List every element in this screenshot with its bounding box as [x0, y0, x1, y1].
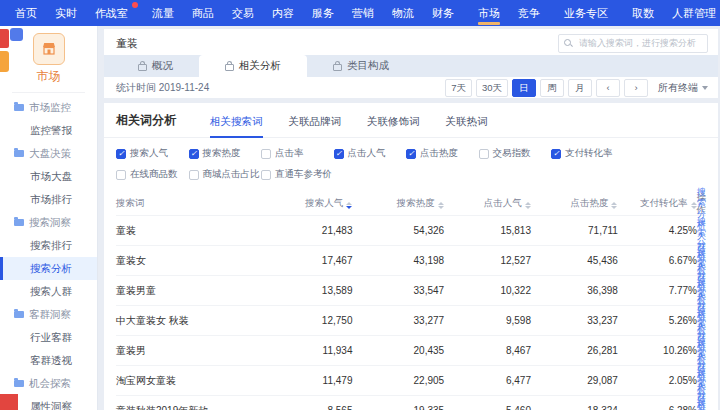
filter-支付转化率[interactable]: 支付转化率 — [551, 147, 624, 160]
analysis-tab-1[interactable]: 关联品牌词 — [289, 115, 342, 137]
value-cell: 17,467 — [261, 255, 353, 266]
sidebar-item-11[interactable]: 客群透视 — [0, 349, 97, 372]
sidebar-item-12[interactable]: 机会探索 — [0, 372, 97, 395]
filter-label: 点击人气 — [348, 147, 386, 160]
column-header-4[interactable]: 点击热度 — [531, 197, 618, 210]
nav-item-8[interactable]: 服务 — [303, 0, 343, 26]
nav-item-5[interactable]: 商品 — [183, 0, 223, 26]
terminal-dropdown[interactable]: 所有终端 — [658, 81, 708, 95]
filter-label: 搜索人气 — [130, 147, 168, 160]
quick-range-button-1[interactable]: 30天 — [476, 79, 508, 97]
quick-range-button-0[interactable]: 7天 — [445, 79, 472, 97]
partial-logo — [10, 28, 23, 41]
value-cell: 54,326 — [352, 225, 444, 236]
sidebar-item-4[interactable]: 市场排行 — [0, 188, 97, 211]
checkbox-icon[interactable] — [551, 149, 561, 159]
column-header-2[interactable]: 搜索热度 — [352, 197, 444, 210]
nav-item-11[interactable]: 财务 — [423, 0, 463, 26]
search-analysis-link[interactable]: 搜索分析 — [697, 397, 706, 410]
value-cell: 21,483 — [261, 225, 353, 236]
filter-点击热度[interactable]: 点击热度 — [406, 147, 479, 160]
table-row: 童装21,48354,32615,81371,7114.25%搜索分析人群分析 — [116, 215, 706, 245]
checkbox-icon[interactable] — [189, 170, 199, 180]
sidebar-item-0[interactable]: 市场监控 — [0, 96, 97, 119]
table-header: 搜索词搜索人气搜索热度点击人气点击热度支付转化率操作 — [116, 192, 706, 215]
tab-2[interactable]: 类目构成 — [307, 55, 415, 77]
nav-item-4[interactable]: 流量 — [143, 0, 183, 26]
sidebar-item-3[interactable]: 市场大盘 — [0, 165, 97, 188]
checkbox-icon[interactable] — [116, 149, 126, 159]
nav-item-10[interactable]: 物流 — [383, 0, 423, 26]
nav-item-9[interactable]: 营销 — [343, 0, 383, 26]
unit-button-2[interactable]: 月 — [568, 79, 592, 97]
sidebar-item-5[interactable]: 搜索洞察 — [0, 211, 97, 234]
filter-label: 支付转化率 — [565, 147, 613, 160]
sidebar-item-7[interactable]: 搜索分析 — [0, 257, 97, 280]
checkbox-icon[interactable] — [261, 149, 271, 159]
tab-0[interactable]: 概况 — [112, 55, 199, 77]
sidebar-item-2[interactable]: 大盘决策 — [0, 142, 97, 165]
tab-label: 概况 — [152, 59, 173, 73]
column-header-0: 搜索词 — [116, 197, 261, 210]
prev-arrow-button[interactable]: ‹ — [596, 79, 620, 97]
nav-item-14[interactable]: 竞争 — [509, 0, 549, 26]
search-input[interactable] — [577, 37, 702, 49]
nav-item-0[interactable]: 首页 — [6, 0, 46, 26]
checkbox-icon[interactable] — [406, 149, 416, 159]
nav-item-18[interactable]: 取数 — [623, 0, 663, 26]
folder-icon — [14, 219, 24, 226]
table-row: 童装女17,46743,19812,52745,4366.67%搜索分析人群分析 — [116, 245, 706, 275]
checkbox-icon[interactable] — [479, 149, 489, 159]
column-header-5[interactable]: 支付转化率 — [617, 197, 696, 210]
checkbox-icon[interactable] — [189, 149, 199, 159]
analysis-tab-0[interactable]: 相关搜索词 — [210, 115, 263, 137]
edge-widget-orange[interactable] — [0, 51, 9, 72]
keyword-cell: 淘宝网女童装 — [116, 374, 261, 388]
sidebar-item-9[interactable]: 客群洞察 — [0, 303, 97, 326]
edge-widget-red-bottom[interactable] — [0, 394, 18, 410]
filter-label: 点击率 — [275, 147, 304, 160]
unit-button-1[interactable]: 周 — [540, 79, 564, 97]
analysis-tab-2[interactable]: 关联修饰词 — [367, 115, 420, 137]
unit-button-0[interactable]: 日 — [512, 79, 536, 97]
nav-item-13[interactable]: 市场 — [469, 0, 509, 26]
filter-搜索热度[interactable]: 搜索热度 — [189, 147, 262, 160]
checkbox-icon[interactable] — [116, 170, 126, 180]
sidebar-item-label: 监控警报 — [30, 124, 72, 136]
checkbox-icon[interactable] — [334, 149, 344, 159]
sidebar-item-6[interactable]: 搜索排行 — [0, 234, 97, 257]
keyword-search-box[interactable] — [558, 34, 708, 53]
checkbox-icon[interactable] — [261, 170, 271, 180]
value-cell: 6,477 — [444, 375, 531, 386]
filter-交易指数[interactable]: 交易指数 — [479, 147, 552, 160]
sidebar-item-1[interactable]: 监控警报 — [0, 119, 97, 142]
edge-widget-red[interactable] — [0, 29, 9, 48]
nav-item-6[interactable]: 交易 — [223, 0, 263, 26]
top-nav: 首页实时作战室流量商品交易内容服务营销物流财务市场竞争业务专区取数人群管理学院 — [0, 0, 720, 26]
chevron-down-icon — [702, 86, 708, 90]
value-cell: 11,934 — [261, 345, 353, 356]
analysis-tab-3[interactable]: 关联热词 — [446, 115, 488, 137]
filter-label: 交易指数 — [493, 147, 531, 160]
nav-item-1[interactable]: 实时 — [46, 0, 86, 26]
sidebar-item-8[interactable]: 搜索人群 — [0, 280, 97, 303]
filter-label: 直通车参考价 — [275, 168, 332, 181]
filter-在线商品数[interactable]: 在线商品数 — [116, 168, 189, 181]
lock-icon — [333, 64, 342, 71]
nav-item-16[interactable]: 业务专区 — [555, 0, 617, 26]
sidebar-item-10[interactable]: 行业客群 — [0, 326, 97, 349]
filter-点击率[interactable]: 点击率 — [261, 147, 334, 160]
tab-1[interactable]: 相关分析 — [199, 55, 307, 77]
nav-item-7[interactable]: 内容 — [263, 0, 303, 26]
column-header-1[interactable]: 搜索人气 — [261, 197, 353, 210]
filter-商城点击占比[interactable]: 商城点击占比 — [189, 168, 262, 181]
nav-item-2[interactable]: 作战室 — [86, 0, 137, 26]
filter-搜索人气[interactable]: 搜索人气 — [116, 147, 189, 160]
next-arrow-button[interactable]: › — [624, 79, 648, 97]
nav-item-19[interactable]: 人群管理 — [663, 0, 720, 26]
column-header-3[interactable]: 点击人气 — [444, 197, 531, 210]
filter-直通车参考价[interactable]: 直通车参考价 — [261, 168, 334, 181]
filter-点击人气[interactable]: 点击人气 — [334, 147, 407, 160]
value-cell: 33,547 — [352, 285, 444, 296]
keywords-table: 搜索词搜索人气搜索热度点击人气点击热度支付转化率操作 童装21,48354,32… — [104, 192, 718, 410]
